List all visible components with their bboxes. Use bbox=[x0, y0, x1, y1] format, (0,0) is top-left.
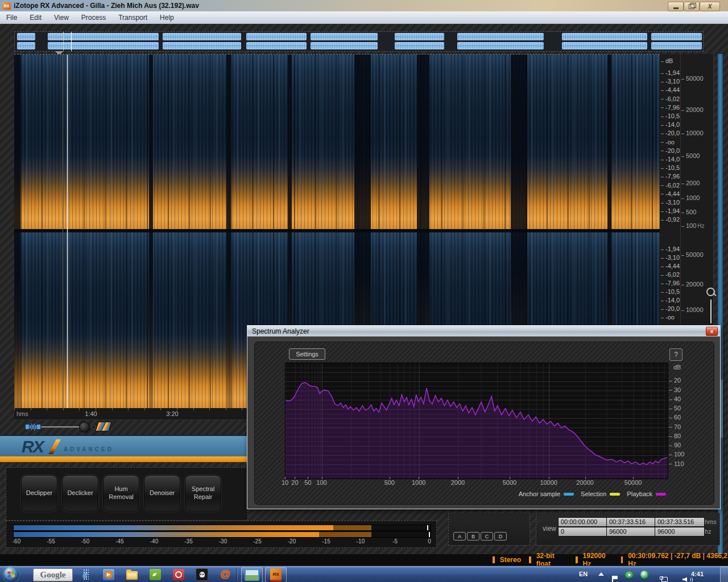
status-separator bbox=[529, 556, 531, 563]
spectrum-db-tick: 20 bbox=[669, 377, 681, 384]
spectrum-db-tick: 80 bbox=[669, 433, 681, 439]
menu-file[interactable]: File bbox=[0, 14, 23, 22]
meter-scale-label: -50 bbox=[81, 538, 89, 544]
db-tick: -7,96 bbox=[661, 280, 681, 286]
overview-waveform-segment bbox=[562, 33, 647, 40]
clock[interactable]: 4:41 bbox=[691, 571, 704, 577]
freq-tick: 10000 bbox=[681, 306, 704, 313]
minimize-button[interactable] bbox=[668, 2, 684, 11]
view-value-hms-3[interactable]: 00:37:33.516 bbox=[655, 517, 705, 527]
overview-channel-2 bbox=[15, 42, 703, 49]
zoom-magnifier-icon[interactable] bbox=[706, 288, 715, 296]
at-spiral-icon[interactable]: @ bbox=[215, 567, 235, 581]
display-blend-controls bbox=[14, 421, 253, 434]
menu-edit[interactable]: Edit bbox=[23, 14, 48, 22]
language-indicator[interactable]: EN bbox=[579, 571, 588, 577]
overview-waveform-segment bbox=[17, 42, 36, 49]
spectrum-plot[interactable] bbox=[285, 363, 668, 479]
start-button[interactable] bbox=[3, 567, 19, 582]
menu-process[interactable]: Process bbox=[75, 14, 112, 22]
media-player-icon[interactable]: ▶ bbox=[98, 567, 119, 581]
menu-view[interactable]: View bbox=[48, 14, 75, 22]
window-titlebar[interactable]: RX iZotope RX Advanced - Gilla - Zieh Mi… bbox=[0, 0, 728, 11]
taskbar-separator bbox=[237, 568, 237, 581]
analyzer-close-button[interactable]: x bbox=[706, 327, 718, 336]
db-tick: -3,10 bbox=[661, 78, 681, 85]
time-label: 1:40 bbox=[85, 410, 97, 417]
internet-explorer-icon[interactable]: e bbox=[75, 567, 96, 581]
db-tick: -14,0 bbox=[661, 297, 681, 304]
module-spectral-repair[interactable]: Spectral Repair bbox=[185, 475, 221, 512]
analyzer-titlebar[interactable]: Spectrum Analyzer x bbox=[247, 326, 720, 336]
module-hum-removal[interactable]: Hum Removal bbox=[103, 475, 139, 512]
module-declicker[interactable]: Declicker bbox=[62, 475, 98, 512]
green-editor-icon[interactable] bbox=[145, 567, 166, 581]
blend-slider-knob[interactable] bbox=[79, 422, 90, 433]
meter-scale-label: 0 bbox=[428, 538, 431, 544]
dark-skull-icon[interactable] bbox=[192, 567, 212, 581]
meter-bar-1 bbox=[13, 525, 431, 531]
izotope-rx-taskbar-button[interactable]: RX bbox=[265, 567, 287, 582]
menu-transport[interactable]: Transport bbox=[112, 14, 154, 22]
snapshot-b[interactable]: B bbox=[467, 532, 479, 541]
green-status-icon[interactable] bbox=[640, 571, 648, 579]
volume-icon[interactable] bbox=[682, 576, 692, 582]
explorer-folder-icon[interactable] bbox=[122, 567, 142, 581]
close-button[interactable]: X bbox=[700, 2, 720, 11]
overview-waveform-segment bbox=[246, 42, 307, 49]
freq-tick: 5000 bbox=[681, 152, 700, 159]
spectrum-legend: Anchor sampleSelectionPlayback bbox=[285, 489, 667, 498]
antivirus-eye-icon[interactable] bbox=[624, 571, 634, 578]
network-icon[interactable] bbox=[660, 576, 668, 582]
freq-tick: 100Hz bbox=[681, 222, 705, 229]
action-center-icon[interactable] bbox=[612, 576, 618, 582]
meter-scale-label: -20 bbox=[288, 538, 296, 544]
spectrum-analyzer-window[interactable]: Spectrum Analyzer x Settings ? dB2030405… bbox=[247, 325, 721, 509]
meter-peak-indicator bbox=[427, 525, 428, 530]
image-viewer-taskbar-button[interactable] bbox=[241, 567, 263, 582]
freq-tick: 500 bbox=[681, 209, 696, 215]
spectrum-curve-svg bbox=[286, 363, 668, 479]
analyzer-help-button[interactable]: ? bbox=[669, 348, 682, 361]
window-title: iZotope RX Advanced - Gilla - Zieh Mich … bbox=[14, 2, 199, 10]
snapshot-d[interactable]: D bbox=[494, 532, 507, 541]
meter-dim-segment bbox=[333, 525, 371, 530]
show-desktop-button[interactable] bbox=[720, 566, 728, 582]
restore-button[interactable] bbox=[684, 2, 700, 11]
vertical-zoom-slider[interactable] bbox=[710, 300, 712, 323]
snapshot-a[interactable]: A bbox=[453, 532, 466, 541]
overview-waveform-segment bbox=[395, 33, 444, 40]
menu-help[interactable]: Help bbox=[154, 14, 180, 22]
view-value-hms-2[interactable]: 00:37:33.516 bbox=[606, 517, 656, 527]
db-tick: -10,5 bbox=[661, 164, 681, 171]
db-tick: -0,92 bbox=[661, 216, 681, 223]
waveform-icon bbox=[26, 423, 40, 431]
show-hidden-icons-button[interactable] bbox=[598, 572, 604, 576]
view-value-hz-3[interactable]: 96000 bbox=[655, 527, 705, 537]
restore-icon bbox=[689, 4, 694, 9]
menu-bar: FileEditViewProcessTransportHelp bbox=[0, 11, 728, 25]
status-separator bbox=[621, 556, 623, 563]
spectrogram-gap bbox=[226, 55, 231, 409]
db-tick: -1,94 bbox=[661, 69, 681, 76]
red-camera-icon[interactable] bbox=[168, 567, 189, 581]
status-bar: Stereo32-bit float192000 Hz00:30:09.762 … bbox=[0, 554, 728, 566]
analyzer-settings-button[interactable]: Settings bbox=[289, 348, 325, 360]
close-icon: X bbox=[708, 4, 712, 10]
module-denoiser[interactable]: Denoiser bbox=[144, 475, 180, 512]
minimize-icon bbox=[673, 7, 679, 9]
waveform-overview[interactable] bbox=[14, 31, 704, 52]
overview-waveform-segment bbox=[48, 42, 159, 49]
freq-tick: 2000 bbox=[681, 180, 700, 186]
module-declipper[interactable]: Declipper bbox=[21, 475, 57, 512]
view-value-hms-1[interactable]: 00:00:00.000 bbox=[558, 517, 608, 527]
snapshot-c[interactable]: C bbox=[481, 532, 493, 541]
meter-scale-label: -25 bbox=[253, 538, 261, 544]
view-value-hz-1[interactable]: 0 bbox=[558, 527, 608, 537]
spectrum-freq-tick: 10 bbox=[282, 479, 288, 486]
db-tick: -4,44 bbox=[661, 263, 681, 269]
db-tick: -oo bbox=[661, 314, 681, 321]
overview-waveform-segment bbox=[311, 33, 377, 40]
google-search-box[interactable]: Google bbox=[33, 568, 73, 581]
view-value-hz-2[interactable]: 96000 bbox=[606, 527, 656, 537]
